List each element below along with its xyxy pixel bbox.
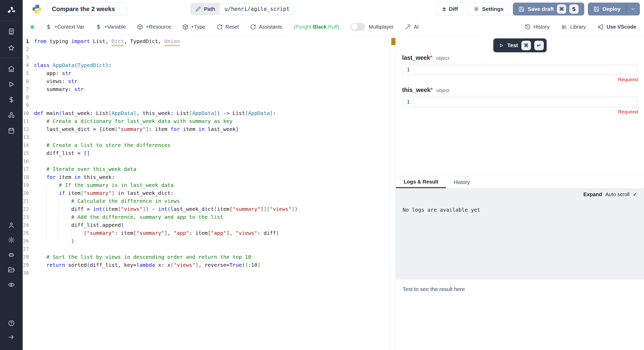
home-icon[interactable] (8, 65, 15, 72)
code-editor[interactable]: 1from typing import List, Dict, TypedDic… (23, 36, 389, 350)
save-draft-button[interactable]: Save draft ⌘ S (513, 3, 584, 15)
add-variable-button[interactable]: +Variable (96, 24, 126, 30)
code-line[interactable]: 11 # Create a dictionary for last_week d… (23, 117, 389, 125)
arg-input-last-week[interactable]: 1 (402, 64, 638, 75)
diff-button[interactable]: ± Diff (436, 3, 464, 15)
workspace-building-icon[interactable] (8, 28, 15, 35)
runs-play-icon[interactable] (8, 81, 15, 88)
users-person-icon[interactable] (8, 221, 15, 229)
code-line[interactable]: 2 (23, 45, 389, 53)
code-line[interactable]: 7 summary: str (23, 85, 389, 93)
add-type-button[interactable]: +Type (182, 24, 205, 30)
line-number: 10 (23, 109, 33, 117)
code-line[interactable]: 1from typing import List, Dict, TypedDic… (23, 37, 389, 45)
schedules-calendar-icon[interactable] (8, 127, 15, 134)
test-button[interactable]: Test ⌘ ↵ (493, 38, 547, 52)
multiplayer-toggle[interactable] (351, 23, 365, 31)
library-button[interactable]: Library (561, 24, 586, 30)
path-edit-button[interactable]: Path (191, 3, 220, 15)
line-number: 25 (23, 229, 33, 237)
line-number: 7 (23, 85, 33, 93)
expand-button[interactable]: Expand (583, 191, 602, 197)
arg-type: object (436, 55, 449, 61)
code-line[interactable]: 5 app: str (23, 69, 389, 77)
code-line[interactable]: 22 diff = int(item["views"]) - int(last_… (23, 205, 389, 213)
help-icon[interactable] (8, 320, 15, 327)
expand-sidebar-arrow-icon[interactable] (8, 334, 15, 341)
code-line[interactable]: 3 (23, 53, 389, 61)
sidebar-divider (0, 58, 23, 58)
code-line[interactable]: 27 (23, 245, 389, 253)
code-line[interactable]: 8 (23, 93, 389, 101)
workers-robot-icon[interactable] (8, 251, 15, 259)
variables-dollar-icon[interactable] (8, 96, 15, 103)
ai-button[interactable]: AI (405, 24, 419, 30)
code-line[interactable]: 20 if item["summary"] in last_week_dict: (23, 189, 389, 197)
code-line[interactable]: 4class AppData(TypedDict): (23, 61, 389, 69)
pencil-icon (195, 6, 201, 12)
code-line[interactable]: 16 (23, 157, 389, 165)
resources-cubes-icon[interactable] (8, 112, 15, 119)
code-line[interactable]: 24 diff_list.append( (23, 221, 389, 229)
vscode-button[interactable]: Use VScode (598, 24, 636, 30)
folders-icon[interactable] (8, 266, 15, 273)
input-content[interactable] (414, 97, 637, 106)
code-line[interactable]: 14 # Create a list to store the differen… (23, 141, 389, 149)
history-button[interactable]: History (525, 24, 549, 30)
wand-icon (405, 24, 411, 30)
overview-ruler[interactable] (389, 36, 396, 350)
deploy-button-group: Deploy (588, 3, 640, 15)
assistants-status[interactable]: (Pyright Black Ruff) (294, 24, 339, 30)
windmill-logo[interactable] (0, 0, 23, 21)
code-line[interactable]: 23 # Add the difference, summary and app… (23, 213, 389, 221)
add-context-var-button[interactable]: +Context Var (46, 24, 84, 30)
code-line[interactable]: 13 (23, 133, 389, 141)
arg-input-this-week[interactable]: 1 (402, 96, 638, 107)
status-dot (30, 25, 34, 29)
autoscroll-toggle[interactable]: Auto scroll (605, 191, 629, 197)
code-line[interactable]: 9 (23, 101, 389, 109)
save-icon (594, 6, 599, 12)
add-resource-button[interactable]: +Resource (137, 24, 171, 30)
tab-history[interactable]: History (446, 176, 477, 188)
settings-gear-icon[interactable] (8, 236, 15, 244)
code-line[interactable]: 28 # Sort the list by views in descendin… (23, 253, 389, 261)
result-tabs: Logs & Result History (396, 176, 644, 188)
code-line[interactable]: 21 # Calculate the difference in views (23, 197, 389, 205)
assistants-button[interactable]: Assistants (250, 24, 282, 30)
line-number: 29 (23, 261, 33, 269)
input-content[interactable] (414, 65, 637, 74)
reset-button[interactable]: Reset (217, 24, 239, 30)
code-line[interactable]: 25 {"summary": item["summary"], "app": i… (23, 229, 389, 237)
code-line[interactable]: 6 views: str (23, 77, 389, 85)
path-group[interactable]: Path u/henri/agile_script (190, 3, 294, 15)
script-title-input[interactable]: Compare the 2 weeks (47, 3, 127, 15)
logs-controls: Expand Auto scroll ✓ (403, 191, 637, 197)
settings-button[interactable]: Settings (468, 3, 510, 15)
input-line-number: 1 (402, 97, 414, 106)
test-bar: Test ⌘ ↵ (396, 36, 644, 53)
code-line[interactable]: 30 (23, 269, 389, 277)
topbar: Compare the 2 weeks Path u/henri/agile_s… (23, 0, 644, 18)
code-line[interactable]: 19 # If the summary is in last_week data (23, 181, 389, 189)
required-hint: Required (402, 109, 638, 115)
audit-eye-icon[interactable] (8, 281, 15, 288)
line-number: 12 (23, 125, 33, 133)
code-line[interactable]: 29 return sorted(diff_list, key=lambda x… (23, 261, 389, 269)
right-panel: Test ⌘ ↵ last_week* object 1 (396, 36, 644, 350)
tab-logs-result[interactable]: Logs & Result (396, 176, 446, 188)
dollar-icon (46, 24, 52, 30)
code-line[interactable]: 12 last_week_dict = {item["summary"]: it… (23, 125, 389, 133)
plus-minus-icon: ± (442, 6, 446, 12)
arg-label: last_week* object (402, 54, 638, 61)
path-value[interactable]: u/henri/agile_script (220, 3, 294, 15)
deploy-dropdown-button[interactable] (626, 3, 640, 15)
deploy-button[interactable]: Deploy (588, 3, 626, 15)
sidebar-group-main (8, 62, 15, 134)
code-line[interactable]: 18 for item in this_week: (23, 173, 389, 181)
code-line[interactable]: 15 diff_list = [] (23, 149, 389, 157)
code-line[interactable]: 10def main(last_week: List[AppData], thi… (23, 109, 389, 117)
code-line[interactable]: 17 # Iterate over this_week data (23, 165, 389, 173)
favorites-star-icon[interactable] (8, 44, 15, 52)
code-line[interactable]: 26 ) (23, 237, 389, 245)
